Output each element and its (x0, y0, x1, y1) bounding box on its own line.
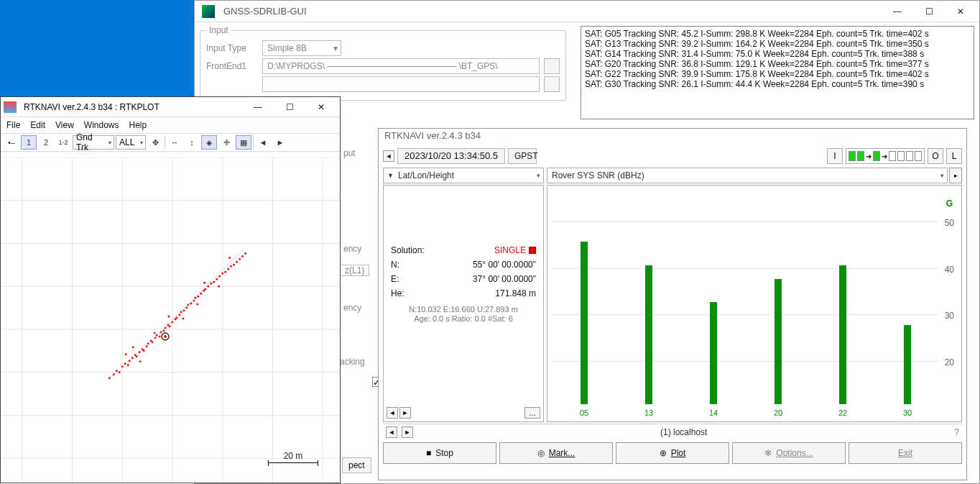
svg-point-61 (221, 273, 223, 275)
svg-point-69 (244, 252, 246, 255)
stream-in-2 (857, 151, 864, 161)
app-icon (202, 5, 215, 18)
frontend2-path[interactable] (262, 76, 540, 92)
fit-horiz-icon[interactable]: ↔ (167, 135, 182, 150)
mark-button[interactable]: ◎Mark... (499, 442, 613, 464)
snr-bar (775, 279, 782, 404)
obscured-select[interactable]: z(L1) (340, 263, 369, 278)
menu-view[interactable]: View (55, 120, 74, 130)
time-system-button[interactable]: GPST (508, 148, 537, 164)
solution-panel: Solution: SINGLE N:55° 00' 00.0000" E:37… (383, 185, 544, 422)
indicator-i[interactable]: I (827, 148, 843, 164)
solution-format-select[interactable]: ▼ Lat/Lon/Height (383, 168, 544, 183)
snr-bar-label: 13 (634, 408, 663, 417)
sol1-button[interactable]: 1 (21, 135, 37, 150)
close-button[interactable]: ✕ (945, 1, 976, 22)
plot-type-select[interactable]: Gnd Trk (73, 135, 114, 150)
play-back-icon[interactable]: ◄ (255, 135, 271, 150)
snr-expand-button[interactable]: ▸ (949, 168, 962, 183)
ground-track-plot[interactable]: 20 m (1, 157, 340, 483)
log-line: SAT: G30 Tracking SNR: 26.1 I-Summ: 44.4… (585, 79, 970, 89)
chevron-down-icon: ▼ (387, 172, 394, 179)
arrow-icon: ➜ (881, 152, 888, 160)
close-button[interactable]: ✕ (305, 97, 337, 117)
svg-point-60 (218, 275, 221, 278)
browse-button[interactable] (544, 58, 560, 74)
minimize-button[interactable]: — (242, 97, 274, 117)
status-prev-button[interactable]: ◄ (386, 426, 397, 438)
stream-proc (873, 151, 880, 161)
panel-left-button[interactable]: ◄ (387, 407, 398, 419)
obscured-label: acking (340, 357, 365, 367)
svg-point-64 (230, 265, 232, 268)
svg-point-37 (163, 329, 165, 332)
svg-point-52 (197, 296, 199, 298)
svg-point-74 (168, 316, 170, 318)
menu-edit[interactable]: Edit (30, 120, 45, 130)
svg-point-36 (160, 331, 162, 333)
log-line: SAT: G14 Tracking SNR: 31.4 I-Summ: 75.0… (585, 49, 970, 59)
qflag-select[interactable]: ALL (116, 135, 146, 150)
svg-point-35 (159, 335, 161, 337)
panel-options-button[interactable]: … (524, 407, 540, 419)
snr-chart: 20304050 051314202230 (552, 198, 957, 417)
status-next-button[interactable]: ► (402, 426, 413, 438)
minimize-button[interactable]: — (882, 1, 913, 22)
svg-point-73 (154, 332, 156, 334)
center-icon[interactable]: ✥ (147, 135, 163, 150)
menu-windows[interactable]: Windows (84, 120, 119, 130)
plot-button[interactable]: ⊕Plot (616, 442, 729, 464)
play-fwd-icon[interactable]: ► (272, 135, 288, 150)
menu-help[interactable]: Help (129, 120, 147, 130)
exit-button[interactable]: Exit (849, 442, 962, 464)
rtkplot-titlebar[interactable]: RTKNAVI ver.2.4.3 b34 : RTKPLOT — ☐ ✕ (1, 97, 340, 117)
obscured-label: ency (343, 244, 361, 254)
frontend-path-field[interactable]: D:\MYPROGS\ ——————————————— \BT_GPS\ (262, 58, 540, 74)
sdrlib-titlebar[interactable]: GNSS-SDRLIB-GUI — ☐ ✕ (195, 1, 979, 22)
show-track-icon[interactable]: ◈ (201, 135, 217, 150)
fit-vert-icon[interactable]: ↕ (184, 135, 200, 150)
svg-point-75 (182, 318, 184, 320)
fix-center-icon[interactable]: ✛ (218, 135, 234, 150)
stream-indicators: ➜ ➜ (846, 148, 925, 164)
svg-point-70 (125, 353, 127, 355)
svg-point-17 (116, 370, 118, 372)
indicator-l[interactable]: L (946, 148, 962, 164)
sol12-button[interactable]: 1-2 (55, 135, 71, 150)
help-button[interactable]: ? (954, 427, 959, 437)
connect-button[interactable]: •– (4, 135, 19, 150)
snr-view-select[interactable]: Rover SYS SNR (dBHz) (547, 168, 948, 183)
svg-point-66 (236, 261, 238, 263)
options-button[interactable]: ✻Options... (732, 442, 846, 464)
snr-bar (645, 265, 652, 404)
indicator-o[interactable]: O (928, 148, 943, 164)
maximize-button[interactable]: ☐ (274, 97, 305, 117)
obscured-button[interactable]: pect (342, 457, 371, 473)
plot-svg (1, 157, 340, 483)
browse2-button[interactable] (544, 76, 560, 92)
time-prev-button[interactable]: ◄ (383, 150, 394, 162)
svg-point-48 (187, 304, 189, 306)
grid-icon[interactable]: ▦ (236, 135, 251, 150)
tracking-log[interactable]: SAT: G05 Tracking SNR: 45.2 I-Summ: 298.… (581, 26, 974, 119)
svg-point-30 (147, 342, 149, 344)
svg-point-68 (241, 255, 244, 257)
svg-point-44 (178, 314, 180, 316)
svg-point-79 (228, 257, 231, 259)
panel-right-button[interactable]: ► (399, 407, 411, 419)
track-points (108, 250, 246, 379)
svg-point-50 (193, 300, 195, 302)
svg-point-25 (136, 355, 138, 357)
sol2-button[interactable]: 2 (38, 135, 54, 150)
time-display[interactable]: 2023/10/20 13:34:50.5 (397, 148, 505, 164)
input-type-select[interactable]: Simple 8B ▾ (262, 40, 341, 56)
stop-button[interactable]: ■Stop (383, 442, 496, 464)
svg-point-63 (227, 268, 229, 270)
log-line: SAT: G13 Tracking SNR: 39.2 I-Summ: 164.… (585, 39, 970, 49)
svg-point-78 (218, 286, 220, 288)
window-title: RTKNAVI ver.2.4.3 b34 : RTKPLOT (19, 102, 242, 112)
svg-point-21 (127, 364, 129, 366)
menu-file[interactable]: File (6, 120, 20, 130)
window-title: GNSS-SDRLIB-GUI (219, 6, 882, 17)
maximize-button[interactable]: ☐ (913, 1, 945, 22)
